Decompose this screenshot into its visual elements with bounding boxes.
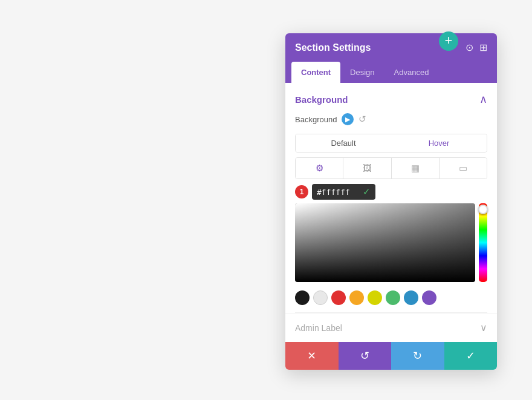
hue-slider[interactable] xyxy=(479,203,487,282)
swatch-white[interactable] xyxy=(313,290,328,305)
default-hover-toggle: Default Hover xyxy=(295,134,487,152)
swatch-black[interactable] xyxy=(295,290,310,305)
panel-header: Section Settings ⊙ ⊞ xyxy=(285,33,497,62)
redo-icon: ↻ xyxy=(413,349,422,362)
image-icon: 🖼 xyxy=(363,163,372,173)
video-tab[interactable]: ▭ xyxy=(440,158,487,179)
color-tab[interactable]: ⚙ xyxy=(296,158,343,179)
background-section-title: Background xyxy=(295,94,348,105)
pointer-icon[interactable]: ▶ xyxy=(342,113,354,125)
swatch-orange[interactable] xyxy=(349,290,364,305)
gradient-tab[interactable]: ▦ xyxy=(392,158,440,179)
tab-advanced[interactable]: Advanced xyxy=(384,62,439,83)
tab-content[interactable]: Content xyxy=(291,62,340,83)
collapse-icon[interactable]: ∧ xyxy=(479,93,487,106)
plus-icon: + xyxy=(445,34,453,47)
background-section-header: Background ∧ xyxy=(285,83,497,111)
swatch-green[interactable] xyxy=(386,290,400,305)
pointer-symbol: ▶ xyxy=(345,116,350,123)
image-tab[interactable]: 🖼 xyxy=(343,158,391,179)
hex-input-box: ✓ xyxy=(312,184,375,200)
settings-icon[interactable]: ⊙ xyxy=(465,42,473,53)
default-toggle-btn[interactable]: Default xyxy=(296,134,391,152)
background-row: Background ▶ ↺ xyxy=(285,111,497,130)
panel-header-icons: ⊙ ⊞ xyxy=(465,42,487,53)
panel-body: Background ∧ Background ▶ ↺ Default Hove… xyxy=(285,83,497,342)
confirm-button[interactable]: ✓ xyxy=(444,342,498,370)
redo-button[interactable]: ↻ xyxy=(391,342,444,370)
hex-input[interactable] xyxy=(317,188,359,197)
panel-tabs: Content Design Advanced xyxy=(285,62,497,83)
undo-button[interactable]: ↺ xyxy=(339,342,392,370)
confirm-icon: ✓ xyxy=(466,349,475,362)
admin-expand-icon[interactable]: ∨ xyxy=(480,322,487,333)
gradient-icon: ▦ xyxy=(411,163,420,173)
black-overlay xyxy=(295,203,475,282)
cancel-icon: ✕ xyxy=(307,349,316,362)
admin-label-section: Admin Label ∨ xyxy=(285,313,497,342)
admin-label-text: Admin Label xyxy=(295,323,342,333)
section-settings-panel: Section Settings ⊙ ⊞ Content Design Adva… xyxy=(285,33,497,370)
video-icon: ▭ xyxy=(459,163,467,173)
swatch-red[interactable] xyxy=(331,290,346,305)
hex-input-row: 1 ✓ xyxy=(295,184,487,200)
reset-icon[interactable]: ↺ xyxy=(358,114,366,125)
color-picker-layout xyxy=(295,203,487,282)
undo-icon: ↺ xyxy=(360,349,369,362)
hover-toggle-btn[interactable]: Hover xyxy=(391,134,487,152)
hue-thumb xyxy=(478,205,488,214)
bottom-toolbar: ✕ ↺ ↻ ✓ xyxy=(285,342,497,370)
add-button[interactable]: + xyxy=(439,31,458,51)
color-gradient[interactable] xyxy=(295,203,475,282)
confirm-hex-icon[interactable]: ✓ xyxy=(363,186,371,197)
swatch-purple[interactable] xyxy=(422,290,436,305)
tab-design[interactable]: Design xyxy=(340,62,384,83)
panel-title: Section Settings xyxy=(295,42,371,53)
cancel-button[interactable]: ✕ xyxy=(285,342,339,370)
background-label: Background xyxy=(295,115,337,124)
color-picker-area: 1 ✓ xyxy=(295,184,487,282)
number-badge: 1 xyxy=(295,185,308,198)
background-type-tabs: ⚙ 🖼 ▦ ▭ xyxy=(295,157,487,179)
expand-icon[interactable]: ⊞ xyxy=(479,42,487,53)
swatch-blue[interactable] xyxy=(404,290,418,305)
color-palette-icon: ⚙ xyxy=(316,163,323,173)
swatch-yellow[interactable] xyxy=(368,290,382,305)
color-swatches-row xyxy=(285,286,497,312)
